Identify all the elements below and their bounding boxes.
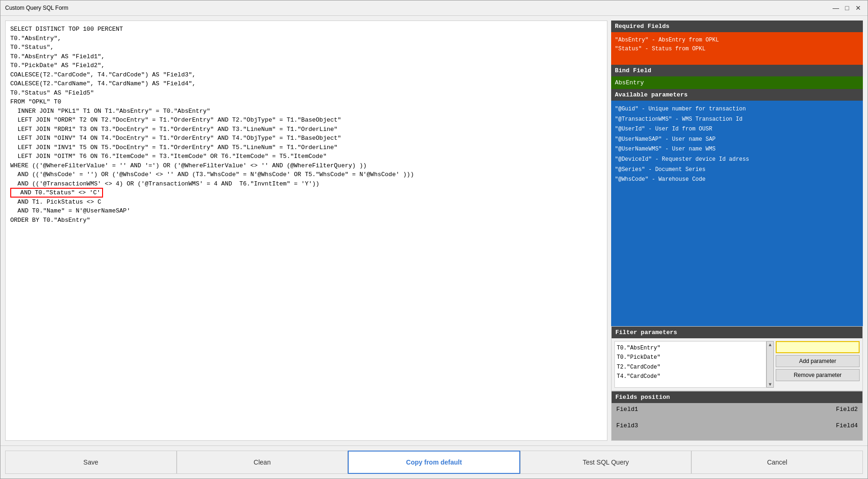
maximize-button[interactable]: □ (842, 3, 852, 13)
sql-line: T0."Status" AS "Field5" (10, 89, 602, 98)
sql-line: T0."AbsEntry" AS "Field1", (10, 52, 602, 62)
available-param-item[interactable]: "@WhsCode" - Warehouse Code (615, 175, 859, 185)
sql-line: AND (('@TransactionWMS' <> 4) OR ('@Tran… (10, 179, 602, 189)
available-param-item[interactable]: "@UserNameSAP" - User name SAP (615, 135, 859, 145)
clean-button[interactable]: Clean (177, 451, 348, 474)
available-param-item[interactable]: "@DeviceId" - Requester device Id adress (615, 155, 859, 165)
main-content: SELECT DISTINCT TOP 100 PERCENTT0."AbsEn… (0, 16, 868, 445)
sql-line: LEFT JOIN "OINV" T4 ON T4."DocEntry" = T… (10, 134, 602, 143)
filter-input[interactable] (776, 341, 860, 353)
available-param-item[interactable]: "@UserId" - User Id from OUSR (615, 124, 859, 135)
required-field-2: "Status" - Status from OPKL (615, 46, 705, 52)
title-bar: Custom Query SQL Form — □ ✕ (0, 0, 868, 16)
field1-label: Field1 (616, 406, 737, 422)
sql-line: AND T0."Status" <> 'C' (10, 188, 602, 198)
available-param-item[interactable]: "@Series" - Document Series (615, 165, 859, 175)
test-sql-query-button[interactable]: Test SQL Query (520, 451, 692, 474)
field2-label: Field2 (737, 406, 858, 422)
available-parameters-content: "@Guid" - Unique number for transaction"… (611, 101, 863, 326)
required-fields-header: Required Fields (611, 21, 863, 32)
filter-parameters-header: Filter parameters (612, 327, 862, 338)
sql-line: COALESCE(T2."CardName", T4."CardName") A… (10, 79, 602, 89)
sql-line: FROM "OPKL" T0 (10, 97, 602, 107)
window-title: Custom Query SQL Form (5, 5, 69, 11)
highlighted-sql-line: AND T0."Status" <> 'C' (10, 188, 103, 198)
available-parameters-header: Available parameters (611, 89, 863, 101)
sql-line: LEFT JOIN "INV1" T5 ON T5."DocEntry" = T… (10, 143, 602, 152)
filter-list[interactable]: T0."AbsEntry"T0."PickDate"T2."CardCode"T… (614, 341, 766, 388)
sql-line: LEFT JOIN "RDR1" T3 ON T3."DocEntry" = T… (10, 125, 602, 134)
remove-parameter-button[interactable]: Remove parameter (776, 369, 860, 381)
copy-from-default-button[interactable]: Copy from default (348, 451, 520, 474)
sql-line: AND T0."Name" = N'@UserNameSAP' (10, 206, 602, 216)
fields-position-section: Fields position Field1 Field2 Field3 Fie… (611, 391, 863, 441)
bottom-toolbar: Save Clean Copy from default Test SQL Qu… (0, 445, 868, 479)
sql-line: T0."AbsEntry", (10, 34, 602, 43)
required-fields-content: "AbsEntry" - AbsEntry from OPKL "Status"… (611, 32, 863, 65)
sql-line: T0."PickDate" AS "Field2", (10, 61, 602, 70)
save-button[interactable]: Save (5, 451, 177, 474)
filter-controls: Add parameter Remove parameter (776, 341, 860, 388)
sql-line: SELECT DISTINCT TOP 100 PERCENT (10, 25, 602, 34)
bind-field-value: AbsEntry (611, 76, 863, 89)
sql-line: AND T1. PickStatus <> C (10, 198, 602, 207)
filter-list-item[interactable]: T0."AbsEntry" (617, 343, 764, 353)
filter-list-item[interactable]: T4."CardCode" (617, 372, 764, 381)
available-param-item[interactable]: "@UserNameWMS" - User name WMS (615, 144, 859, 155)
minimize-button[interactable]: — (831, 3, 840, 13)
filter-params-inner: T0."AbsEntry"T0."PickDate"T2."CardCode"T… (612, 338, 862, 390)
sql-line: LEFT JOIN "OITM" T6 ON T6."ItemCode" = T… (10, 152, 602, 161)
filter-list-item[interactable]: T2."CardCode" (617, 363, 764, 372)
available-param-item[interactable]: "@Guid" - Unique number for transaction (615, 104, 859, 115)
bind-field-header: Bind Field (611, 65, 863, 76)
filter-parameters-section: Filter parameters T0."AbsEntry"T0."PickD… (611, 326, 863, 391)
filter-list-item[interactable]: T0."PickDate" (617, 353, 764, 362)
sql-line: WHERE (('@WhereFilterValue' = '' AND '='… (10, 161, 602, 171)
title-bar-controls: — □ ✕ (831, 3, 863, 13)
available-param-item[interactable]: "@TransactionWMS" - WMS Transaction Id (615, 115, 859, 125)
cancel-button[interactable]: Cancel (691, 451, 863, 474)
sql-line: INNER JOIN "PKL1" T1 ON T1."AbsEntry" = … (10, 107, 602, 116)
right-panel: Required Fields "AbsEntry" - AbsEntry fr… (611, 21, 863, 441)
required-field-1: "AbsEntry" - AbsEntry from OPKL (615, 37, 719, 43)
add-parameter-button[interactable]: Add parameter (776, 355, 860, 367)
sql-line: AND (('@WhsCode' = '') OR ('@WhsCode' <>… (10, 170, 602, 179)
fields-position-header: Fields position (612, 391, 862, 403)
field3-label: Field3 (616, 422, 737, 438)
fields-position-grid: Field1 Field2 Field3 Field4 (612, 403, 862, 440)
sql-editor[interactable]: SELECT DISTINCT TOP 100 PERCENTT0."AbsEn… (6, 21, 607, 440)
sql-line: LEFT JOIN "ORDR" T2 ON T2."DocEntry" = T… (10, 116, 602, 125)
window: Custom Query SQL Form — □ ✕ SELECT DISTI… (0, 0, 868, 479)
sql-editor-panel: SELECT DISTINCT TOP 100 PERCENTT0."AbsEn… (5, 21, 607, 441)
field4-label: Field4 (737, 422, 858, 438)
close-button[interactable]: ✕ (854, 3, 863, 13)
sql-line: T0."Status", (10, 43, 602, 52)
sql-line: ORDER BY T0."AbsEntry" (10, 216, 602, 225)
sql-line: COALESCE(T2."CardCode", T4."CardCode") A… (10, 70, 602, 80)
